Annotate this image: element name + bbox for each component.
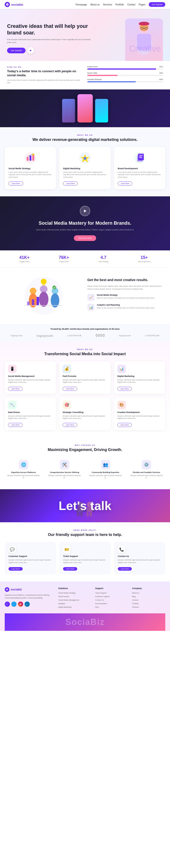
footer-solutions-link-4[interactable]: Digital Marketing [58,606,91,608]
transform-card-btn-1[interactable]: Learn More [63,387,77,391]
lets-talk-section: Let's talk [0,489,170,522]
transform-card-title-5: Creative Development [117,411,162,413]
transform-card-btn-3[interactable]: Learn More [8,423,23,427]
logo-text: sociabiz [11,3,23,6]
stats-content: FIND US ON Today's a better time to conn… [7,66,83,84]
svg-rect-44 [36,297,39,305]
footer-support-link-2[interactable]: Contact Us [95,599,128,601]
support-icon-1: 🎫 [63,546,70,553]
stats-description: Lorem ipsum dolor sit amet consectetur a… [7,79,83,84]
footer-solutions-link-1[interactable]: Paid Promote [58,595,91,597]
mastery-cta-button[interactable]: Discover more [74,235,96,241]
feature-text-1: Analytics and Reporting Netus ut odio ni… [97,304,155,309]
hero-section: Creative ideas that will help your brand… [0,9,170,61]
play-button[interactable] [27,47,34,54]
max-feature-desc-2: Niseque sollicitudin aget at pharetra al… [88,474,122,479]
service-card-btn-1[interactable]: Learn More [63,182,78,185]
nav-pages[interactable]: Pages [139,3,145,6]
service-icon-1 [63,151,107,165]
transform-card-btn-5[interactable]: Learn More [117,423,132,427]
support-card-btn-2[interactable]: Learn More [118,567,132,571]
service-card-btn-0[interactable]: Learn More [8,182,23,185]
service-icon-circle-2 [134,152,145,163]
footer-support-link-3[interactable]: Documentation [95,602,128,604]
hero-image [125,19,163,61]
svg-point-30 [30,288,36,294]
support-card-title-1: Ticket Support [63,555,107,557]
service-card-title-1: Digital Marketing [63,167,107,170]
svg-rect-57 [20,603,21,605]
footer-top: sociabiz Expertise Across Platforms. Com… [5,587,165,610]
trusted-section: Trusted by 25,000+ world-class brands an… [0,324,170,341]
transform-card-desc-3: Quisque sollicitudin aget at pharetra po… [8,415,53,420]
stat-bar-bg-0 [87,68,163,70]
svg-point-40 [52,285,56,289]
support-card-btn-1[interactable]: Learn More [63,567,77,571]
feature-text-0: Social Media Strategy Netus ut odio nisl… [97,294,155,300]
footer-company-link-0[interactable]: About us [132,592,165,594]
transform-card-title-2: Digital Marketing [117,375,162,377]
nav-homepage[interactable]: Homepage [76,3,87,6]
counter-2: 4.7 Client Ratings [98,255,109,262]
transform-card-title-1: Paid Promote [63,375,107,377]
footer-brand: sociabiz Expertise Across Platforms. Com… [5,587,55,610]
phone-mock-2 [78,94,93,122]
hero-buttons: Get Started [7,47,94,54]
stat-row-0: Project Done 91% [87,66,163,70]
footer-support-link-1[interactable]: Customer Support [95,595,128,597]
max-feature-2: 👥 Community Building Expertise Niseque s… [87,457,124,482]
footer-solutions-link-3[interactable]: Analytics [58,602,91,604]
footer: sociabiz Expertise Across Platforms. Com… [0,582,170,631]
service-card-desc-0: Lorem ipsum dolor sit amet consectetur a… [8,171,52,179]
transform-grid: 📱 Social Media Management Quisque sollic… [5,361,165,430]
nav-about[interactable]: About us [90,3,100,6]
social-icon-facebook[interactable]: f [5,601,10,607]
nav-portfolio[interactable]: Portfolio [115,3,124,6]
feature-title-0: Social Media Strategy [97,294,155,296]
counter-label-1: Project Done [59,261,69,262]
max-feature-icon-1: 🛠️ [60,460,69,469]
transform-card-btn-4[interactable]: Learn More [63,423,77,427]
feature-desc-0: Netus ut odio nisl puru non facilisis ri… [97,297,155,300]
footer-company-link-2[interactable]: Careers [132,599,165,601]
brand-logo-2: LOGOPSUM [67,334,82,337]
max-feature-icon-0: 🌐 [19,460,28,469]
social-icon-instagram[interactable] [18,601,23,607]
transform-card-title-3: Data Driven [8,411,53,413]
get-started-button[interactable]: Get Started [7,48,26,53]
max-feature-icon-3: ⚙️ [142,460,151,469]
hero-title: Creative ideas that will help your brand… [7,23,94,36]
footer-solutions: Solutions Social Media Strategy Paid Pro… [58,587,91,610]
svg-text:t: t [13,603,14,605]
nav-cta-button[interactable]: Get Started [149,2,165,7]
support-card-desc-1: Quisque sollicitudin aget at pharetra po… [63,559,107,564]
transform-card-5: 🎨 Creative Development Quisque sollicitu… [114,397,165,430]
footer-solutions-link-0[interactable]: Social Media Strategy [58,592,91,594]
footer-support-link-4[interactable]: FAQ [95,606,128,608]
footer-solutions-link-2[interactable]: Social Media Management [58,599,91,601]
support-card-btn-0[interactable]: Learn More [8,567,23,571]
transform-icon-0: 📱 [8,365,17,373]
service-card-title-2: Brand Development [118,167,162,170]
social-icon-twitter[interactable]: t [11,601,17,607]
mastery-play-button[interactable] [80,206,90,216]
svg-rect-27 [139,157,142,158]
nav-services[interactable]: Services [103,3,112,6]
max-feature-title-2: Community Building Expertise [88,471,122,473]
footer-company-link-4[interactable]: Partners [132,606,165,608]
services-title: We deliver revenue-generating digital ma… [5,137,165,142]
social-icon-linkedin[interactable]: in [25,601,30,607]
transform-icon-2: 📊 [117,365,126,373]
footer-company-link-1[interactable]: Blog [132,595,165,597]
transform-card-btn-0[interactable]: Learn More [8,387,23,391]
creative-description: Mauris mollis sit sit amet, dapibus vita… [87,285,165,290]
stats-title: Today's a better time to connect with pe… [7,69,83,78]
nav-logo[interactable]: sociabiz [5,2,23,7]
nav-contact[interactable]: Contact [127,3,135,6]
footer-support-link-0[interactable]: Ticket Support [95,592,128,594]
service-card-btn-2[interactable]: Learn More [118,182,133,185]
transform-card-btn-2[interactable]: Learn More [117,387,132,391]
footer-company-link-3[interactable]: Portfolio [132,602,165,604]
transform-icon-5: 🎨 [117,401,126,409]
service-card-2: Brand Development Lorem ipsum dolor sit … [114,147,165,189]
